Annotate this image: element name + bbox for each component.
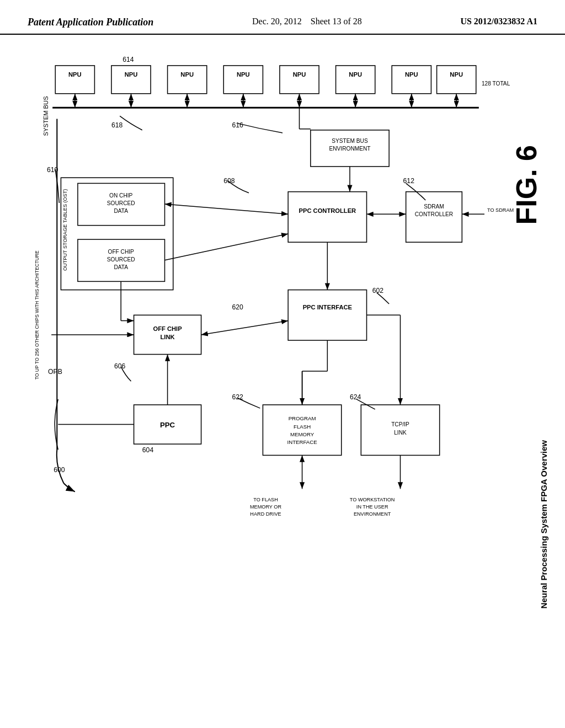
npu-5-label: NPU [293,71,306,78]
to-workstation-label-1: TO WORKSTATION [350,497,395,502]
on-chip-label-1: ON CHIP [109,192,133,199]
system-bus-env-label-2: ENVIRONMENT [329,146,370,152]
ppc-interface-label-1: PPC INTERFACE [303,304,353,311]
ppc-controller-label-1: PPC CONTROLLER [299,207,356,214]
to-flash-label-2: MEMORY OR [250,504,281,510]
diagram-area: FIG. 6 Neural Processing System FPGA Ove… [0,35,565,708]
publication-date: Dec. 20, 2012 [252,17,302,26]
npu-7-label: NPU [405,71,418,78]
npu-6-label: NPU [349,71,362,78]
to-workstation-label-2: IN THE USER [356,504,388,510]
system-bus-env-label-1: SYSTEM BUS [332,138,368,144]
label-612: 612 [403,177,415,185]
label-614: 614 [122,56,134,63]
svg-line-40 [201,321,289,335]
label-606: 606 [114,362,126,370]
npu-2-label: NPU [125,71,138,78]
sdram-controller-label-1: SDRAM [424,204,444,210]
svg-rect-11 [223,66,263,94]
patent-number: US 2012/0323832 A1 [460,17,537,26]
off-chip-link-label-2: LINK [161,334,175,340]
npu-3-label: NPU [180,71,194,78]
on-chip-label-2: SOURCED [107,200,135,206]
svg-rect-28 [288,192,366,243]
prog-flash-label-4: INTERFACE [287,439,318,445]
to-flash-label-1: TO FLASH [253,497,278,502]
system-bus-label: SYSTEM BUS [42,96,49,136]
npu-total-label: 128 TOTAL [482,81,510,87]
sdram-controller-label-2: CONTROLLER [415,211,453,217]
svg-rect-9 [168,66,207,94]
svg-rect-7 [111,66,151,94]
page-header: Patent Application Publication Dec. 20, … [0,0,565,35]
diagram-svg: SYSTEM BUS 614 NPU NPU NPU NPU NPU NPU N… [0,35,565,708]
off-chip-data-label-2: SOURCED [107,256,135,263]
npu-8-label: NPU [450,71,463,78]
on-chip-label-3: DATA [114,208,128,214]
svg-rect-38 [288,290,366,340]
date-sheet: Dec. 20, 2012 Sheet 13 of 28 [252,17,362,26]
tcpip-label-1: TCP/IP [391,421,409,427]
prog-flash-label-3: MEMORY [290,431,315,437]
prog-flash-label-1: PROGRAM [289,415,316,421]
npu-4-label: NPU [237,71,250,78]
svg-rect-17 [392,66,431,94]
svg-rect-13 [280,66,319,94]
tcpip-label-2: LINK [394,430,407,436]
label-604: 604 [142,446,154,454]
svg-rect-19 [437,66,476,94]
ost-label: OUTPUT STORAGE TABLES (OST) [62,189,68,271]
sheet-number: Sheet 13 of 28 [311,17,362,26]
off-chip-link-label-1: OFF CHIP [153,325,183,332]
svg-rect-15 [336,66,375,94]
svg-rect-44 [263,405,341,456]
prog-flash-label-2: FLASH [294,424,311,430]
to-flash-label-3: HARD DRIVE [250,511,281,517]
ppc-label: PPC [160,421,175,429]
off-chip-data-label-3: DATA [114,264,128,270]
svg-line-29 [165,204,289,214]
opb-label: OPB [48,368,62,376]
svg-line-30 [165,234,289,260]
label-616: 616 [232,121,244,129]
label-624: 624 [350,393,361,401]
publication-label: Patent Application Publication [28,17,153,28]
label-618: 618 [111,121,123,129]
npu-1-label: NPU [68,71,82,78]
to-workstation-label-3: ENVIRONMENT [354,511,391,517]
off-chip-data-label-1: OFF CHIP [108,249,134,255]
svg-rect-5 [55,66,94,94]
to-256-label: TO UP TO 256 OTHER CHIPS WITH THIS ARCHI… [34,250,40,379]
label-620: 620 [232,303,244,311]
label-608: 608 [223,177,235,185]
to-sdram-label: TO SDRAM [487,207,514,213]
